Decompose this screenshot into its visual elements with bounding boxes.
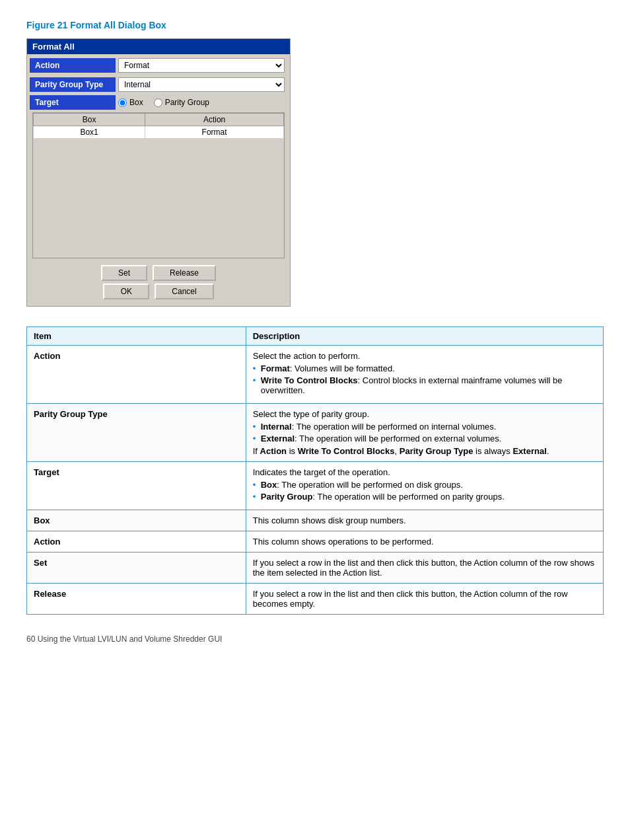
parity-group-type-label: Parity Group Type (30, 77, 116, 92)
ref-bullet-item: Parity Group: The operation will be perf… (253, 492, 596, 502)
btn-row-2: OK Cancel (103, 284, 213, 299)
ref-table-row: ActionSelect the action to perform.Forma… (27, 346, 604, 404)
ref-item-cell: Action (27, 531, 246, 553)
ref-desc-extra: If Action is Write To Control Blocks, Pa… (253, 446, 596, 456)
target-parity-label: Parity Group (165, 98, 209, 107)
ref-table-row: TargetIndicates the target of the operat… (27, 462, 604, 510)
ref-bullet-list: Internal: The operation will be performe… (253, 422, 596, 443)
dialog-table: Box Action Box1 Format (33, 113, 284, 258)
table-row[interactable]: Box1 Format (34, 126, 284, 139)
target-box-label: Box (129, 98, 143, 107)
ref-desc-intro: If you select a row in the list and then… (253, 558, 596, 578)
action-label: Action (30, 58, 116, 73)
ref-table-row: ActionThis column shows operations to be… (27, 531, 604, 553)
ref-item-cell: Action (27, 346, 246, 404)
target-label: Target (30, 95, 116, 110)
dialog-titlebar: Format All (27, 39, 290, 54)
table-spacer-row (34, 139, 284, 258)
dialog-body: Action Format Write To Control Blocks Pa… (27, 54, 290, 306)
ref-desc-intro: Select the action to perform. (253, 351, 596, 361)
parity-group-type-control: Internal External (116, 76, 287, 93)
ref-desc-intro: If you select a row in the list and then… (253, 589, 596, 609)
release-button[interactable]: Release (153, 265, 216, 281)
ref-item-cell: Box (27, 510, 246, 531)
table-header-row: Box Action (34, 114, 284, 126)
reference-table: Item Description ActionSelect the action… (26, 326, 604, 615)
target-row: Target Box Parity Group (30, 95, 287, 110)
ref-desc-intro: This column shows operations to be perfo… (253, 537, 596, 547)
ref-table-row: Parity Group TypeSelect the type of pari… (27, 404, 604, 462)
ref-table-row: BoxThis column shows disk group numbers. (27, 510, 604, 531)
ref-bullet-item: Internal: The operation will be performe… (253, 422, 596, 432)
target-radio-group: Box Parity Group (118, 98, 209, 107)
target-parity-radio[interactable] (154, 98, 162, 107)
ref-desc-cell: Select the action to perform.Format: Vol… (246, 346, 603, 404)
ref-table-header-row: Item Description (27, 327, 604, 346)
page-footer: 60 Using the Virtual LVI/LUN and Volume … (26, 634, 604, 644)
ref-bullet-list: Box: The operation will be performed on … (253, 480, 596, 502)
ref-desc-cell: If you select a row in the list and then… (246, 584, 603, 615)
ref-bullet-item: External: The operation will be performe… (253, 434, 596, 443)
table-empty-space (34, 139, 284, 258)
ref-desc-cell: This column shows operations to be perfo… (246, 531, 603, 553)
btn-row-1: Set Release (101, 265, 216, 281)
ref-col-desc-header: Description (246, 327, 603, 346)
ref-desc-cell: Select the type of parity group.Internal… (246, 404, 603, 462)
parity-group-type-row: Parity Group Type Internal External (30, 76, 287, 93)
ref-desc-cell: Indicates the target of the operation.Bo… (246, 462, 603, 510)
action-select[interactable]: Format Write To Control Blocks (118, 58, 285, 73)
ref-table-row: ReleaseIf you select a row in the list a… (27, 584, 604, 615)
ref-desc-cell: If you select a row in the list and then… (246, 553, 603, 584)
parity-group-type-select[interactable]: Internal External (118, 77, 285, 92)
ref-desc-cell: This column shows disk group numbers. (246, 510, 603, 531)
ref-desc-intro: Indicates the target of the operation. (253, 467, 596, 477)
target-parity-radio-label[interactable]: Parity Group (154, 98, 209, 107)
figure-title: Figure 21 Format All Dialog Box (26, 20, 604, 30)
ok-button[interactable]: OK (103, 284, 149, 299)
ref-bullet-item: Write To Control Blocks: Control blocks … (253, 375, 596, 395)
format-all-dialog: Format All Action Format Write To Contro… (26, 38, 291, 307)
ref-desc-intro: Select the type of parity group. (253, 409, 596, 419)
dialog-buttons: Set Release OK Cancel (30, 261, 287, 303)
ref-desc-intro: This column shows disk group numbers. (253, 515, 596, 525)
dialog-table-wrapper: Box Action Box1 Format (32, 112, 285, 258)
ref-bullet-item: Box: The operation will be performed on … (253, 480, 596, 490)
target-control: Box Parity Group (116, 96, 287, 108)
target-box-radio-label[interactable]: Box (118, 98, 143, 107)
ref-bullet-item: Format: Volumes will be formatted. (253, 363, 596, 373)
ref-item-cell: Target (27, 462, 246, 510)
set-button[interactable]: Set (101, 265, 147, 281)
ref-bullet-list: Format: Volumes will be formatted.Write … (253, 363, 596, 395)
action-control: Format Write To Control Blocks (116, 57, 287, 74)
ref-item-cell: Release (27, 584, 246, 615)
ref-table-row: SetIf you select a row in the list and t… (27, 553, 604, 584)
table-cell-box: Box1 (34, 126, 145, 139)
col-action-header: Action (145, 114, 284, 126)
target-box-radio[interactable] (118, 98, 127, 107)
table-cell-action: Format (145, 126, 284, 139)
col-box-header: Box (34, 114, 145, 126)
action-row: Action Format Write To Control Blocks (30, 57, 287, 74)
ref-item-cell: Parity Group Type (27, 404, 246, 462)
cancel-button[interactable]: Cancel (155, 284, 213, 299)
ref-col-item-header: Item (27, 327, 246, 346)
ref-item-cell: Set (27, 553, 246, 584)
